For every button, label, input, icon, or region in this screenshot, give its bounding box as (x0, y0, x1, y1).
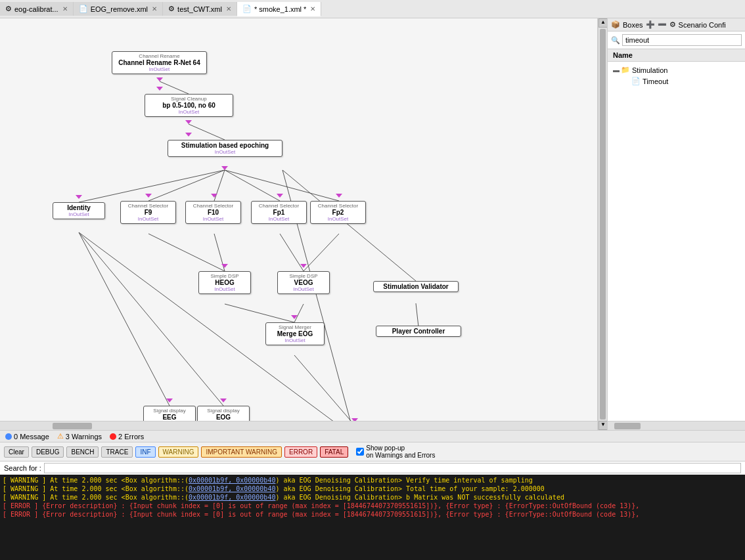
node-ch-sel-f9[interactable]: Channel Selector F9 InOutSet (120, 201, 176, 224)
scroll-up-btn[interactable]: ▲ (598, 18, 608, 28)
log-link-2a[interactable]: 0x00001b9f, 0x00000b40 (189, 494, 275, 501)
svg-line-10 (280, 234, 304, 271)
warning-icon: ⚠ (57, 432, 64, 441)
node-stim-validator[interactable]: Stimulation Validator (373, 281, 459, 292)
node-ch-sel-f9-title: Channel Selector (124, 203, 173, 209)
tab-close-1[interactable]: ✕ (62, 5, 68, 12)
tree-item-timeout[interactable]: ▸ 📄 Timeout (608, 75, 745, 87)
svg-line-6 (225, 170, 339, 201)
log-line-4: [ ERROR ] {Error description} : {Input c… (3, 510, 742, 519)
node-stim-epoching[interactable]: Stimulation based epoching InOutSet (168, 140, 282, 157)
tab-eog-calibrat[interactable]: ⚙ eog-calibrat... ✕ (0, 2, 74, 16)
debug-button[interactable]: DEBUG (32, 446, 64, 458)
node-identity[interactable]: Identity InOutSet (53, 202, 105, 219)
node-ch-sel-fp2[interactable]: Channel Selector Fp2 InOutSet (310, 201, 366, 224)
node-ch-sel-fp1-ports: InOutSet (254, 216, 304, 222)
bench-button[interactable]: BENCH (66, 446, 99, 458)
svg-line-8 (148, 234, 225, 271)
svg-marker-30 (220, 398, 227, 402)
node-eog-disp-name: EOG (200, 414, 246, 421)
status-warnings: ⚠ 3 Warnings (57, 432, 102, 441)
svg-marker-21 (185, 133, 192, 137)
node-veog[interactable]: Simple DSP VEOG InOutSet (277, 271, 330, 294)
tab-close-4[interactable]: ✕ (310, 5, 315, 12)
node-ch-sel-f9-name: F9 (124, 209, 173, 216)
tree-h-scrollbar[interactable] (608, 421, 745, 430)
node-merge-eog[interactable]: Signal Merger Merge EOG InOutSet (265, 322, 325, 345)
tab-smoke-1[interactable]: 📄 * smoke_1.xml * ✕ (237, 2, 321, 16)
status-message: 0 Message (5, 433, 49, 441)
svg-line-13 (294, 304, 304, 322)
file-icon-timeout: 📄 (631, 77, 641, 85)
node-ch-sel-f10-name: F10 (189, 209, 238, 216)
tree-label-timeout: Timeout (643, 77, 668, 85)
tab-label-4: * smoke_1.xml * (254, 5, 306, 13)
remove-icon: ➖ (658, 20, 667, 29)
canvas-container[interactable]: Channel Rename Channel Rename R-Net 64 I… (0, 18, 598, 430)
node-ch-sel-fp1[interactable]: Channel Selector Fp1 InOutSet (251, 201, 307, 224)
node-merge-eog-name: Merge EOG (269, 330, 321, 337)
right-panel: 📦 Boxes ➕ ➖ ⚙ Scenario Confi 🔍 Name ▬ 📁 … (607, 18, 745, 430)
show-popup-checkbox[interactable] (356, 448, 364, 456)
error-button[interactable]: ERROR (284, 446, 317, 458)
tab-close-3[interactable]: ✕ (226, 5, 231, 12)
log-area[interactable]: [ WARNING ] At time 2.000 sec <Box algor… (0, 475, 745, 560)
log-link-0a[interactable]: 0x00001b9f, 0x00000b40 (189, 477, 275, 484)
tab-test-cwt[interactable]: ⚙ test_CWT.xml ✕ (163, 2, 237, 16)
node-eeg-name: EEG (147, 414, 192, 421)
h-scroll-thumb[interactable] (53, 423, 92, 429)
log-line-0: [ WARNING ] At time 2.000 sec <Box algor… (3, 476, 742, 485)
panel-name-header: Name (608, 49, 745, 62)
node-channel-rename[interactable]: Channel Rename Channel Rename R-Net 64 I… (112, 51, 207, 74)
message-dot (5, 433, 12, 440)
scroll-thumb[interactable] (600, 29, 606, 420)
node-ch-sel-f10-title: Channel Selector (189, 203, 238, 209)
log-link-1a[interactable]: 0x00001b9f, 0x00000b40 (189, 485, 275, 492)
search-for-input[interactable] (44, 463, 741, 473)
node-identity-name: Identity (56, 204, 102, 211)
tab-label-2: EOG_remove.xml (91, 5, 148, 13)
node-player-controller[interactable]: Player Controller (376, 326, 461, 337)
warning-button[interactable]: WARNING (158, 446, 199, 458)
warning-count: 3 Warnings (66, 433, 102, 441)
tab-icon-3: ⚙ (168, 5, 175, 13)
tab-close-2[interactable]: ✕ (152, 5, 157, 12)
node-ch-sel-f10[interactable]: Channel Selector F10 InOutSet (185, 201, 241, 224)
svg-line-5 (225, 170, 280, 201)
node-stim-epoching-name: Stimulation based epoching (171, 142, 279, 149)
svg-line-14 (416, 303, 418, 327)
svg-line-7 (282, 170, 416, 281)
node-merge-eog-title: Signal Merger (269, 324, 321, 330)
tab-icon-2: 📄 (79, 5, 88, 13)
node-heog[interactable]: Simple DSP HEOG InOutSet (198, 271, 251, 294)
v-scrollbar[interactable]: ▲ ▼ (598, 18, 607, 430)
tree-expand-stimulation[interactable]: ▬ (613, 66, 621, 74)
boxes-label: Boxes (623, 21, 643, 29)
search-for-bar: Search for : (0, 461, 745, 475)
node-signal-cleanup[interactable]: Signal Cleanup bp 0.5-100, no 60 InOutSe… (145, 94, 233, 117)
boxes-icon: 📦 (611, 20, 620, 29)
svg-marker-23 (145, 194, 152, 198)
node-stim-epoching-ports: InOutSet (171, 149, 279, 155)
message-count: 0 Message (14, 433, 49, 441)
fatal-button[interactable]: FATAL (320, 446, 348, 458)
scroll-down-btn[interactable]: ▼ (598, 421, 608, 430)
trace-button[interactable]: TRACE (101, 446, 133, 458)
tab-eog-remove[interactable]: 📄 EOG_remove.xml ✕ (74, 2, 163, 16)
svg-line-3 (148, 170, 225, 201)
status-bar: 0 Message ⚠ 3 Warnings 2 Errors (0, 430, 745, 442)
tree-h-scroll-thumb[interactable] (614, 423, 641, 429)
h-scrollbar[interactable] (0, 421, 597, 430)
node-eeg-title: Signal display (147, 408, 192, 414)
svg-marker-29 (291, 315, 298, 319)
search-input[interactable] (622, 34, 742, 46)
svg-line-4 (214, 170, 225, 201)
svg-marker-25 (277, 194, 283, 198)
inf-button[interactable]: INF (135, 446, 155, 458)
node-ch-sel-fp2-ports: InOutSet (313, 216, 363, 222)
clear-button[interactable]: Clear (4, 446, 29, 458)
tree-item-stimulation[interactable]: ▬ 📁 Stimulation (608, 64, 745, 75)
svg-marker-22 (76, 195, 82, 199)
svg-line-9 (214, 234, 225, 271)
imp-warning-button[interactable]: IMPORTANT WARNING (201, 446, 282, 458)
